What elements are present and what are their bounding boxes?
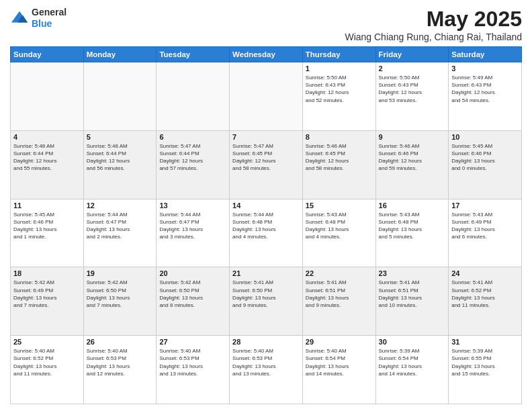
calendar-header: Sunday Monday Tuesday Wednesday Thursday… bbox=[11, 47, 522, 62]
day-number: 29 bbox=[306, 338, 373, 346]
day-info: Sunrise: 5:40 AMSunset: 6:53 PMDaylight:… bbox=[87, 347, 154, 377]
day-number: 7 bbox=[232, 133, 300, 141]
day-number: 18 bbox=[13, 269, 81, 277]
calendar-cell: 27Sunrise: 5:40 AMSunset: 6:53 PMDayligh… bbox=[157, 336, 230, 404]
day-number: 3 bbox=[451, 64, 519, 73]
header: General Blue May 2025 Wiang Chiang Rung,… bbox=[10, 7, 522, 42]
calendar-cell: 11Sunrise: 5:45 AMSunset: 6:46 PMDayligh… bbox=[11, 199, 84, 267]
calendar-week-1: 1Sunrise: 5:50 AMSunset: 6:43 PMDaylight… bbox=[11, 62, 522, 131]
calendar-cell: 21Sunrise: 5:41 AMSunset: 6:50 PMDayligh… bbox=[230, 267, 303, 336]
day-number: 23 bbox=[379, 269, 446, 277]
day-number: 15 bbox=[306, 201, 373, 210]
calendar-cell: 15Sunrise: 5:43 AMSunset: 6:48 PMDayligh… bbox=[302, 199, 375, 267]
calendar-week-2: 4Sunrise: 5:48 AMSunset: 6:44 PMDaylight… bbox=[11, 130, 522, 199]
logo: General Blue bbox=[10, 7, 66, 30]
calendar-cell: 6Sunrise: 5:47 AMSunset: 6:44 PMDaylight… bbox=[157, 130, 230, 199]
col-monday: Monday bbox=[83, 47, 157, 62]
day-info: Sunrise: 5:50 AMSunset: 6:43 PMDaylight:… bbox=[379, 74, 446, 104]
day-info: Sunrise: 5:41 AMSunset: 6:50 PMDaylight:… bbox=[232, 279, 300, 309]
calendar-cell: 5Sunrise: 5:48 AMSunset: 6:44 PMDaylight… bbox=[83, 130, 157, 199]
day-info: Sunrise: 5:49 AMSunset: 6:43 PMDaylight:… bbox=[451, 74, 519, 104]
calendar-body: 1Sunrise: 5:50 AMSunset: 6:43 PMDaylight… bbox=[11, 62, 522, 404]
day-info: Sunrise: 5:48 AMSunset: 6:44 PMDaylight:… bbox=[87, 142, 154, 173]
day-number: 27 bbox=[159, 338, 226, 346]
day-number: 8 bbox=[306, 133, 373, 141]
calendar-cell bbox=[83, 62, 157, 131]
day-number: 10 bbox=[451, 133, 519, 141]
day-number: 16 bbox=[379, 201, 446, 210]
day-number: 2 bbox=[379, 64, 446, 73]
calendar-week-5: 25Sunrise: 5:40 AMSunset: 6:52 PMDayligh… bbox=[11, 336, 522, 404]
calendar-week-4: 18Sunrise: 5:42 AMSunset: 6:49 PMDayligh… bbox=[11, 267, 522, 336]
day-number: 9 bbox=[379, 133, 446, 141]
day-info: Sunrise: 5:40 AMSunset: 6:53 PMDaylight:… bbox=[159, 347, 226, 377]
calendar-cell bbox=[11, 62, 84, 131]
calendar-cell: 3Sunrise: 5:49 AMSunset: 6:43 PMDaylight… bbox=[449, 62, 522, 131]
day-info: Sunrise: 5:44 AMSunset: 6:47 PMDaylight:… bbox=[87, 211, 154, 241]
day-info: Sunrise: 5:45 AMSunset: 6:46 PMDaylight:… bbox=[13, 211, 81, 241]
day-info: Sunrise: 5:41 AMSunset: 6:51 PMDaylight:… bbox=[306, 279, 373, 309]
day-info: Sunrise: 5:45 AMSunset: 6:46 PMDaylight:… bbox=[451, 142, 519, 173]
logo-general: General bbox=[32, 7, 66, 17]
logo-icon bbox=[10, 9, 29, 28]
day-number: 11 bbox=[13, 201, 81, 210]
day-info: Sunrise: 5:43 AMSunset: 6:49 PMDaylight:… bbox=[451, 211, 519, 241]
day-number: 19 bbox=[87, 269, 154, 277]
day-info: Sunrise: 5:44 AMSunset: 6:48 PMDaylight:… bbox=[232, 211, 300, 241]
calendar-cell bbox=[157, 62, 230, 131]
calendar-cell: 25Sunrise: 5:40 AMSunset: 6:52 PMDayligh… bbox=[11, 336, 84, 404]
day-number: 24 bbox=[451, 269, 519, 277]
day-info: Sunrise: 5:46 AMSunset: 6:45 PMDaylight:… bbox=[306, 142, 373, 173]
calendar-cell: 2Sunrise: 5:50 AMSunset: 6:43 PMDaylight… bbox=[375, 62, 449, 131]
month-year: May 2025 bbox=[345, 7, 522, 32]
logo-text: General Blue bbox=[32, 7, 66, 30]
calendar-cell: 4Sunrise: 5:48 AMSunset: 6:44 PMDaylight… bbox=[11, 130, 84, 199]
calendar-table: Sunday Monday Tuesday Wednesday Thursday… bbox=[10, 46, 522, 404]
calendar-cell: 28Sunrise: 5:40 AMSunset: 6:53 PMDayligh… bbox=[230, 336, 303, 404]
day-number: 12 bbox=[87, 201, 154, 210]
day-number: 26 bbox=[87, 338, 154, 346]
day-info: Sunrise: 5:41 AMSunset: 6:52 PMDaylight:… bbox=[451, 279, 519, 309]
day-number: 28 bbox=[232, 338, 300, 346]
calendar-cell: 31Sunrise: 5:39 AMSunset: 6:55 PMDayligh… bbox=[449, 336, 522, 404]
col-tuesday: Tuesday bbox=[157, 47, 230, 62]
day-info: Sunrise: 5:40 AMSunset: 6:54 PMDaylight:… bbox=[306, 347, 373, 377]
calendar-cell: 12Sunrise: 5:44 AMSunset: 6:47 PMDayligh… bbox=[83, 199, 157, 267]
day-number: 17 bbox=[451, 201, 519, 210]
day-info: Sunrise: 5:43 AMSunset: 6:48 PMDaylight:… bbox=[306, 211, 373, 241]
calendar-cell: 13Sunrise: 5:44 AMSunset: 6:47 PMDayligh… bbox=[157, 199, 230, 267]
day-info: Sunrise: 5:47 AMSunset: 6:45 PMDaylight:… bbox=[232, 142, 300, 173]
day-info: Sunrise: 5:40 AMSunset: 6:52 PMDaylight:… bbox=[13, 347, 81, 377]
day-number: 6 bbox=[159, 133, 226, 141]
day-number: 21 bbox=[232, 269, 300, 277]
day-number: 22 bbox=[306, 269, 373, 277]
calendar-cell: 26Sunrise: 5:40 AMSunset: 6:53 PMDayligh… bbox=[83, 336, 157, 404]
calendar-cell: 18Sunrise: 5:42 AMSunset: 6:49 PMDayligh… bbox=[11, 267, 84, 336]
calendar-cell: 30Sunrise: 5:39 AMSunset: 6:54 PMDayligh… bbox=[375, 336, 449, 404]
calendar-cell: 23Sunrise: 5:41 AMSunset: 6:51 PMDayligh… bbox=[375, 267, 449, 336]
calendar-cell: 9Sunrise: 5:46 AMSunset: 6:46 PMDaylight… bbox=[375, 130, 449, 199]
calendar-cell: 8Sunrise: 5:46 AMSunset: 6:45 PMDaylight… bbox=[302, 130, 375, 199]
day-info: Sunrise: 5:44 AMSunset: 6:47 PMDaylight:… bbox=[159, 211, 226, 241]
col-sunday: Sunday bbox=[11, 47, 84, 62]
day-info: Sunrise: 5:48 AMSunset: 6:44 PMDaylight:… bbox=[13, 142, 81, 173]
col-saturday: Saturday bbox=[449, 47, 522, 62]
calendar-cell: 16Sunrise: 5:43 AMSunset: 6:48 PMDayligh… bbox=[375, 199, 449, 267]
calendar-cell: 29Sunrise: 5:40 AMSunset: 6:54 PMDayligh… bbox=[302, 336, 375, 404]
day-info: Sunrise: 5:42 AMSunset: 6:50 PMDaylight:… bbox=[87, 279, 154, 309]
calendar-cell: 7Sunrise: 5:47 AMSunset: 6:45 PMDaylight… bbox=[230, 130, 303, 199]
day-number: 13 bbox=[159, 201, 226, 210]
day-info: Sunrise: 5:47 AMSunset: 6:44 PMDaylight:… bbox=[159, 142, 226, 173]
day-number: 30 bbox=[379, 338, 446, 346]
calendar-cell: 10Sunrise: 5:45 AMSunset: 6:46 PMDayligh… bbox=[449, 130, 522, 199]
day-info: Sunrise: 5:41 AMSunset: 6:51 PMDaylight:… bbox=[379, 279, 446, 309]
day-info: Sunrise: 5:50 AMSunset: 6:43 PMDaylight:… bbox=[306, 74, 373, 104]
day-number: 25 bbox=[13, 338, 81, 346]
day-info: Sunrise: 5:39 AMSunset: 6:54 PMDaylight:… bbox=[379, 347, 446, 377]
calendar-cell: 14Sunrise: 5:44 AMSunset: 6:48 PMDayligh… bbox=[230, 199, 303, 267]
calendar-cell bbox=[230, 62, 303, 131]
day-info: Sunrise: 5:42 AMSunset: 6:50 PMDaylight:… bbox=[159, 279, 226, 309]
day-info: Sunrise: 5:42 AMSunset: 6:49 PMDaylight:… bbox=[13, 279, 81, 309]
calendar-cell: 17Sunrise: 5:43 AMSunset: 6:49 PMDayligh… bbox=[449, 199, 522, 267]
day-number: 20 bbox=[159, 269, 226, 277]
